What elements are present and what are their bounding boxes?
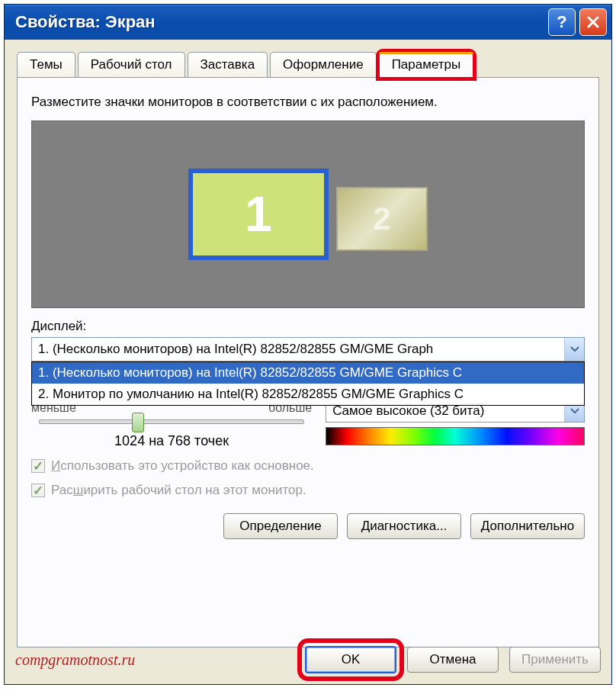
primary-device-checkbox[interactable]: ✓ — [31, 459, 45, 473]
monitor-2[interactable]: 2 — [336, 187, 428, 251]
monitor-1[interactable]: 1 — [188, 169, 329, 260]
titlebar-buttons: ? — [548, 8, 607, 36]
ok-button[interactable]: OK — [305, 646, 396, 673]
close-icon — [586, 15, 600, 29]
tab-themes[interactable]: Темы — [17, 52, 75, 78]
monitor-arrangement-area[interactable]: 1 2 — [31, 120, 585, 308]
watermark-text: compgramotnost.ru — [15, 651, 294, 669]
instruction-text: Разместите значки мониторов в соответств… — [31, 95, 585, 110]
display-label: Дисплей: — [31, 319, 585, 334]
identify-button[interactable]: Определение — [223, 513, 338, 539]
dropdown-option-2[interactable]: 2. Монитор по умолчанию на Intel(R) 8285… — [32, 384, 584, 405]
panel-button-row: Определение Диагностика... Дополнительно — [31, 513, 585, 539]
resolution-text: 1024 на 768 точек — [31, 433, 312, 449]
tab-strip: Темы Рабочий стол Заставка Оформление Па… — [8, 40, 608, 78]
extend-desktop-checkbox-row: ✓ Расширить рабочий стол на этот монитор… — [31, 483, 585, 498]
window-title: Свойства: Экран — [15, 12, 548, 32]
tab-appearance[interactable]: Оформление — [270, 52, 377, 78]
combo-arrow[interactable] — [564, 338, 584, 361]
extend-desktop-checkbox[interactable]: ✓ — [31, 484, 45, 497]
primary-device-checkbox-row: ✓ Использовать это устройство как основн… — [31, 458, 585, 474]
settings-panel: Разместите значки мониторов в соответств… — [17, 77, 599, 647]
color-quality-value: Самое высокое (32 бита) — [326, 403, 564, 419]
client-area: Темы Рабочий стол Заставка Оформление Па… — [8, 40, 608, 681]
cancel-button[interactable]: Отмена — [407, 647, 499, 673]
tab-desktop[interactable]: Рабочий стол — [78, 52, 185, 78]
chevron-down-icon — [570, 346, 579, 352]
dialog-footer: compgramotnost.ru OK Отмена Применить — [15, 646, 601, 673]
display-value: 1. (Несколько мониторов) на Intel(R) 828… — [32, 342, 564, 357]
tab-settings[interactable]: Параметры — [379, 52, 474, 78]
display-dropdown: 1. (Несколько мониторов) на Intel(R) 828… — [31, 361, 585, 406]
resolution-slider[interactable] — [39, 419, 304, 424]
chevron-down-icon — [570, 408, 579, 414]
extend-desktop-label: Расширить рабочий стол на этот монитор. — [51, 483, 306, 498]
apply-button[interactable]: Применить — [509, 647, 601, 673]
color-preview-strip — [326, 427, 585, 445]
advanced-button[interactable]: Дополнительно — [470, 513, 585, 539]
tab-screensaver[interactable]: Заставка — [188, 52, 268, 78]
help-button[interactable]: ? — [548, 8, 576, 36]
properties-window: Свойства: Экран ? Темы Рабочий стол Заст… — [4, 4, 612, 685]
slider-thumb[interactable] — [132, 413, 144, 432]
primary-device-label: Использовать это устройство как основное… — [51, 458, 314, 474]
close-button[interactable] — [579, 8, 607, 36]
display-combobox[interactable]: 1. (Несколько мониторов) на Intel(R) 828… — [31, 337, 585, 361]
troubleshoot-button[interactable]: Диагностика... — [347, 513, 461, 539]
dropdown-option-1[interactable]: 1. (Несколько мониторов) на Intel(R) 828… — [32, 362, 584, 384]
titlebar: Свойства: Экран ? — [5, 5, 611, 40]
